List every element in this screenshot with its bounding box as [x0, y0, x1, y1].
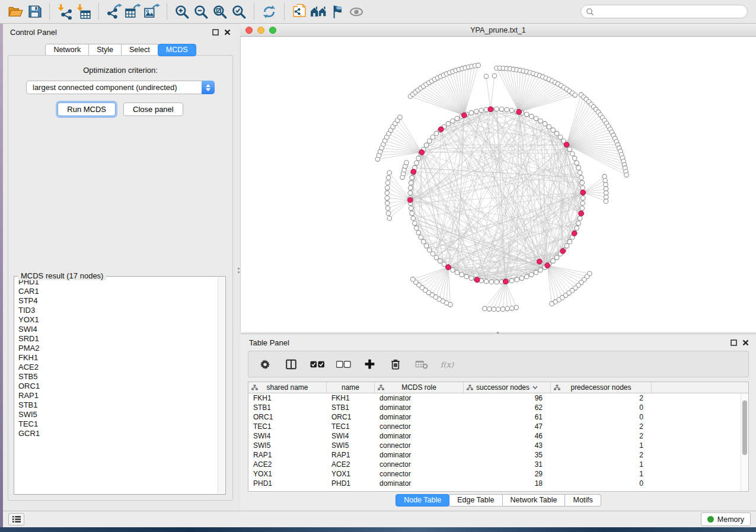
- table-cell[interactable]: STB1: [327, 403, 375, 412]
- table-cell[interactable]: 2: [551, 432, 652, 440]
- first-neighbors-icon[interactable]: [309, 2, 328, 21]
- panel-splitter-handle[interactable]: [238, 271, 240, 273]
- table-cell[interactable]: connector: [375, 470, 464, 478]
- table-cell[interactable]: 96: [464, 394, 551, 402]
- tab-mcds[interactable]: MCDS: [158, 44, 196, 56]
- mcds-result-item[interactable]: SWI5: [15, 410, 225, 419]
- column-header-name[interactable]: name: [327, 382, 375, 393]
- show-all-icon[interactable]: [347, 2, 366, 21]
- open-file-icon[interactable]: [6, 2, 25, 21]
- table-cell[interactable]: dominator: [375, 394, 464, 402]
- panel-splitter-handle[interactable]: [238, 268, 240, 270]
- table-cell[interactable]: 2: [551, 394, 652, 402]
- tab-style[interactable]: Style: [88, 44, 122, 56]
- table-cell[interactable]: 0: [551, 403, 652, 412]
- mcds-result-item[interactable]: TID3: [15, 306, 225, 315]
- table-row[interactable]: YOX1YOX1connector291: [248, 469, 741, 479]
- table-cell[interactable]: FKH1: [248, 394, 327, 402]
- column-header-MCDS-role[interactable]: MCDS role: [375, 382, 464, 393]
- table-cell[interactable]: dominator: [375, 451, 464, 459]
- delete-table-icon[interactable]: [414, 357, 429, 372]
- task-history-button[interactable]: [8, 513, 24, 525]
- table-cell[interactable]: connector: [375, 422, 464, 431]
- memory-button[interactable]: Memory: [701, 512, 751, 526]
- export-network-icon[interactable]: [104, 2, 123, 21]
- table-cell[interactable]: dominator: [375, 413, 464, 421]
- table-cell[interactable]: TEC1: [327, 422, 375, 431]
- table-cell[interactable]: 1: [551, 460, 652, 469]
- mcds-result-item[interactable]: ORC1: [15, 382, 225, 391]
- table-row[interactable]: TEC1TEC1connector472: [248, 422, 741, 431]
- tab-network[interactable]: Network: [45, 44, 89, 56]
- mcds-result-item[interactable]: YOX1: [15, 315, 225, 325]
- table-row[interactable]: PHD1PHD1dominator180: [248, 479, 741, 488]
- table-cell[interactable]: connector: [375, 441, 464, 450]
- zoom-selected-icon[interactable]: [229, 2, 248, 21]
- table-cell[interactable]: 2: [551, 451, 652, 459]
- table-cell[interactable]: SWI4: [327, 432, 375, 440]
- table-cell[interactable]: 31: [464, 460, 551, 469]
- table-cell[interactable]: 62: [464, 403, 551, 412]
- table-cell[interactable]: 43: [464, 441, 551, 450]
- table-row[interactable]: RAP1RAP1dominator352: [248, 450, 741, 460]
- close-panel-icon[interactable]: [742, 339, 749, 347]
- mcds-result-item[interactable]: SRD1: [15, 334, 225, 344]
- show-column-panel-icon[interactable]: [283, 357, 299, 372]
- mcds-result-item[interactable]: CAR1: [15, 287, 225, 296]
- table-cell[interactable]: 35: [464, 451, 551, 459]
- table-cell[interactable]: connector: [375, 460, 464, 469]
- mcds-result-item[interactable]: GCR1: [15, 429, 225, 438]
- table-row[interactable]: SWI4SWI4dominator462: [248, 431, 741, 441]
- delete-columns-trash-icon[interactable]: [388, 357, 403, 372]
- table-cell[interactable]: TEC1: [248, 422, 327, 431]
- mcds-result-list[interactable]: PHD1CAR1STP4TID3YOX1SWI4SRD1PMA2FKH1ACE2…: [15, 277, 225, 493]
- table-cell[interactable]: 46: [464, 432, 551, 440]
- float-panel-icon[interactable]: [212, 28, 219, 36]
- run-mcds-button[interactable]: Run MCDS: [58, 102, 116, 116]
- mcds-result-item[interactable]: PMA2: [15, 344, 225, 353]
- table-cell[interactable]: 1: [551, 441, 652, 450]
- column-header-successor-nodes[interactable]: successor nodes: [464, 382, 551, 393]
- mcds-result-item[interactable]: TEC1: [15, 419, 225, 429]
- table-cell[interactable]: 2: [551, 422, 652, 431]
- global-search-box[interactable]: [580, 5, 748, 18]
- zoom-out-icon[interactable]: [192, 2, 210, 21]
- tab-network-table[interactable]: Network Table: [502, 494, 566, 507]
- new-network-from-selection-icon[interactable]: [290, 2, 309, 21]
- table-row[interactable]: ACE2ACE2connector311: [248, 460, 741, 469]
- table-cell[interactable]: ACE2: [327, 460, 375, 469]
- export-table-icon[interactable]: [123, 2, 142, 21]
- column-header-shared-name[interactable]: shared name: [248, 382, 327, 393]
- column-header-predecessor-nodes[interactable]: predecessor nodes: [551, 382, 652, 393]
- mcds-result-item[interactable]: STB1: [15, 400, 225, 410]
- tab-select[interactable]: Select: [121, 44, 158, 56]
- table-row[interactable]: STB1STB1dominator620: [248, 403, 741, 412]
- table-cell[interactable]: FKH1: [327, 394, 375, 402]
- table-scrollbar[interactable]: [741, 393, 748, 491]
- float-panel-icon[interactable]: [730, 339, 738, 347]
- mcds-result-item[interactable]: FKH1: [15, 353, 225, 363]
- mcds-result-item[interactable]: SWI4: [15, 325, 225, 334]
- select-all-columns-icon[interactable]: [310, 357, 325, 372]
- tab-edge-table[interactable]: Edge Table: [449, 494, 502, 507]
- table-cell[interactable]: dominator: [375, 403, 464, 412]
- mcds-result-item[interactable]: RAP1: [15, 391, 225, 400]
- table-cell[interactable]: dominator: [375, 432, 464, 440]
- table-cell[interactable]: 29: [464, 470, 551, 478]
- table-cell[interactable]: 61: [464, 413, 551, 421]
- mcds-result-item[interactable]: STB5: [15, 372, 225, 382]
- table-cell[interactable]: PHD1: [327, 479, 375, 488]
- save-session-icon[interactable]: [25, 2, 44, 21]
- network-title-bar[interactable]: YPA_prune.txt_1: [240, 24, 756, 37]
- table-cell[interactable]: ORC1: [327, 413, 375, 421]
- import-network-icon[interactable]: [55, 2, 74, 21]
- table-cell[interactable]: 18: [464, 479, 551, 488]
- table-cell[interactable]: YOX1: [248, 470, 327, 478]
- close-panel-button[interactable]: Close panel: [123, 102, 183, 116]
- function-builder-icon[interactable]: f(x): [440, 357, 455, 372]
- table-cell[interactable]: 1: [551, 470, 652, 478]
- mcds-list-scrollbar[interactable]: [218, 277, 225, 493]
- zoom-in-icon[interactable]: [173, 2, 192, 21]
- table-cell[interactable]: dominator: [375, 479, 464, 488]
- table-cell[interactable]: PHD1: [248, 479, 327, 488]
